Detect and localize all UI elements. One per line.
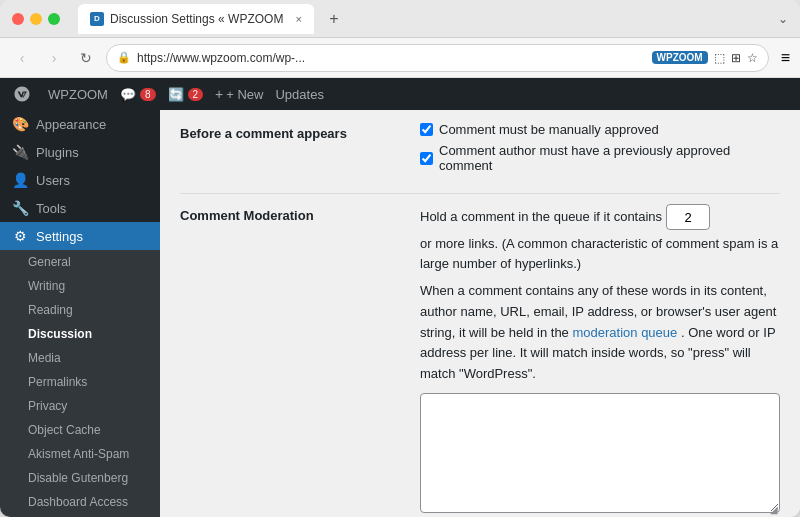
submenu-reading[interactable]: Reading: [0, 298, 160, 322]
tab-expand-icon: ⌄: [778, 12, 788, 26]
appearance-label: Appearance: [36, 117, 106, 132]
settings-label: Settings: [36, 229, 83, 244]
submenu-media[interactable]: Media: [0, 346, 160, 370]
moderation-textarea-container: ◢: [420, 393, 780, 517]
browser-tab[interactable]: D Discussion Settings « WPZOOM ×: [78, 4, 314, 34]
checkbox-label-1: Comment must be manually approved: [439, 122, 659, 137]
submenu-privacy[interactable]: Privacy: [0, 394, 160, 418]
wpzoom-badge: WPZOOM: [652, 51, 708, 64]
adminbar-updates-link[interactable]: Updates: [275, 87, 323, 102]
adminbar-site[interactable]: WPZOOM: [48, 87, 108, 102]
browser-window: D Discussion Settings « WPZOOM × + ⌄ ‹ ›…: [0, 0, 800, 517]
plugins-icon: 🔌: [12, 144, 28, 160]
comments-count: 8: [140, 88, 156, 101]
submenu-gutenberg[interactable]: Disable Gutenberg: [0, 466, 160, 490]
moderation-label: Comment Moderation: [180, 204, 400, 223]
admin-bar: WPZOOM 💬 8 🔄 2 + + New Updates: [0, 78, 800, 110]
wp-admin: WPZOOM 💬 8 🔄 2 + + New Updates: [0, 78, 800, 517]
traffic-lights: [12, 13, 60, 25]
tab-title: Discussion Settings « WPZOOM: [110, 12, 283, 26]
users-icon: 👤: [12, 172, 28, 188]
browser-titlebar: D Discussion Settings « WPZOOM × + ⌄: [0, 0, 800, 38]
section-divider: [180, 193, 780, 194]
minimize-button[interactable]: [30, 13, 42, 25]
submenu-akismet[interactable]: Akismet Anti-Spam: [0, 442, 160, 466]
users-label: Users: [36, 173, 70, 188]
moderation-queue-prefix: Hold a comment in the queue if it contai…: [420, 207, 662, 227]
checkbox-label-2: Comment author must have a previously ap…: [439, 143, 780, 173]
address-url: https://www.wpzoom.com/wp-...: [137, 51, 646, 65]
browser-menu-icon[interactable]: ≡: [781, 49, 790, 67]
tab-close-button[interactable]: ×: [295, 13, 301, 25]
checkbox-previously-approved[interactable]: [420, 152, 433, 165]
tools-label: Tools: [36, 201, 66, 216]
wp-content: Before a comment appears Comment must be…: [160, 110, 800, 517]
close-button[interactable]: [12, 13, 24, 25]
favicon-letter: D: [94, 14, 100, 23]
tab-icon: ⊞: [731, 51, 741, 65]
forward-button[interactable]: ›: [42, 46, 66, 70]
lock-icon: 🔒: [117, 51, 131, 64]
settings-icon: ⚙: [12, 228, 28, 244]
new-tab-button[interactable]: +: [322, 7, 346, 31]
before-comment-content: Comment must be manually approved Commen…: [420, 122, 780, 179]
sidebar-item-appearance[interactable]: 🎨 Appearance: [0, 110, 160, 138]
wp-logo-svg: [13, 85, 31, 103]
wp-logo: [8, 80, 36, 108]
checkbox-manually-approved[interactable]: [420, 123, 433, 136]
refresh-button[interactable]: ↻: [74, 46, 98, 70]
before-comment-label: Before a comment appears: [180, 122, 400, 141]
plugins-label: Plugins: [36, 145, 79, 160]
submenu-writing[interactable]: Writing: [0, 274, 160, 298]
submenu-dashboard-access[interactable]: Dashboard Access: [0, 490, 160, 514]
wp-body: 🎨 Appearance 🔌 Plugins 👤 Users 🔧 Tools ⚙: [0, 110, 800, 517]
sidebar-item-tools[interactable]: 🔧 Tools: [0, 194, 160, 222]
before-comment-section: Before a comment appears Comment must be…: [180, 122, 780, 179]
moderation-textarea[interactable]: [420, 393, 780, 513]
tools-icon: 🔧: [12, 200, 28, 216]
adminbar-comments[interactable]: 💬 8: [120, 87, 156, 102]
wp-sidebar: 🎨 Appearance 🔌 Plugins 👤 Users 🔧 Tools ⚙: [0, 110, 160, 517]
updates-icon: 🔄: [168, 87, 184, 102]
resize-handle-icon: ◢: [770, 504, 778, 515]
settings-submenu: General Writing Reading Discussion Media…: [0, 250, 160, 517]
back-button[interactable]: ‹: [10, 46, 34, 70]
comments-icon: 💬: [120, 87, 136, 102]
updates-count: 2: [188, 88, 204, 101]
appearance-icon: 🎨: [12, 116, 28, 132]
new-label: + New: [226, 87, 263, 102]
moderation-content: Hold a comment in the queue if it contai…: [420, 204, 780, 517]
checkbox-row-1: Comment must be manually approved: [420, 122, 780, 137]
sidebar-item-settings[interactable]: ⚙ Settings: [0, 222, 160, 250]
submenu-discussion[interactable]: Discussion: [0, 322, 160, 346]
moderation-queue-input[interactable]: [666, 204, 710, 230]
plus-icon: +: [215, 86, 223, 102]
moderation-queue-link[interactable]: moderation queue: [572, 325, 677, 340]
submenu-permalinks[interactable]: Permalinks: [0, 370, 160, 394]
submenu-object-cache[interactable]: Object Cache: [0, 418, 160, 442]
moderation-queue-suffix: or more links. (A common characteristic …: [420, 234, 780, 273]
reader-icon: ⬚: [714, 51, 725, 65]
tab-favicon: D: [90, 12, 104, 26]
site-name: WPZOOM: [48, 87, 108, 102]
submenu-general[interactable]: General: [0, 250, 160, 274]
updates-label: Updates: [275, 87, 323, 102]
sidebar-item-users[interactable]: 👤 Users: [0, 166, 160, 194]
checkbox-row-2: Comment author must have a previously ap…: [420, 143, 780, 173]
maximize-button[interactable]: [48, 13, 60, 25]
moderation-section: Comment Moderation Hold a comment in the…: [180, 204, 780, 517]
moderation-description: When a comment contains any of these wor…: [420, 281, 780, 385]
sidebar-item-plugins[interactable]: 🔌 Plugins: [0, 138, 160, 166]
moderation-queue-row: Hold a comment in the queue if it contai…: [420, 204, 780, 273]
browser-toolbar: ‹ › ↻ 🔒 https://www.wpzoom.com/wp-... WP…: [0, 38, 800, 78]
adminbar-updates[interactable]: 🔄 2: [168, 87, 204, 102]
address-bar[interactable]: 🔒 https://www.wpzoom.com/wp-... WPZOOM ⬚…: [106, 44, 769, 72]
bookmark-icon: ☆: [747, 51, 758, 65]
adminbar-new-button[interactable]: + + New: [215, 86, 263, 102]
